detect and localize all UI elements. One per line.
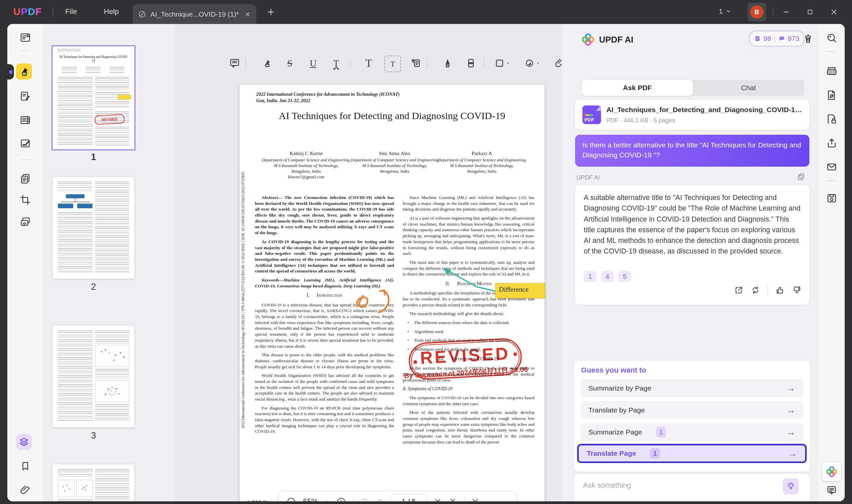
attach-file-tool[interactable] — [552, 56, 562, 71]
thumbs-down-icon[interactable] — [792, 285, 801, 295]
menu-file[interactable]: File — [65, 7, 77, 16]
next-page-button[interactable] — [433, 497, 442, 501]
crop-icon[interactable] — [17, 192, 33, 208]
convert-icon[interactable] — [824, 87, 840, 103]
document-tab[interactable]: AI_Technique...OVID-19 (1)* — [132, 4, 256, 24]
close-button[interactable] — [827, 6, 841, 18]
guess-item-summarize-by-page[interactable]: Summarize by Page → — [581, 379, 803, 397]
regenerate-icon[interactable] — [751, 285, 760, 295]
stamps-icon[interactable] — [17, 214, 33, 230]
author-city: Bengaluru, India — [261, 169, 352, 174]
revised-stamp-annotation[interactable]: REVISED By Superace at 2024年06月11日 14:06 — [408, 337, 522, 381]
attachment-panel-icon[interactable] — [17, 482, 33, 498]
search-icon[interactable] — [824, 30, 840, 46]
eraser-tool[interactable] — [463, 56, 479, 71]
ink-signature-tool[interactable] — [525, 56, 540, 71]
mail-icon[interactable] — [824, 159, 840, 175]
squiggly-underline-tool[interactable]: T — [329, 56, 344, 71]
copy-icon[interactable] — [797, 172, 805, 181]
sidebar-divider — [21, 51, 30, 51]
logo-letter: D — [28, 6, 36, 17]
thumbnail-page-2[interactable] — [53, 177, 135, 279]
file-card[interactable]: PDF AI_Techniques_for_Detecting_and_Diag… — [575, 100, 810, 130]
pdf-page[interactable]: 2022 International Conference for Advanc… — [239, 85, 545, 501]
callout-arrow-annotation[interactable] — [437, 266, 503, 296]
menu-help[interactable]: Help — [104, 7, 119, 16]
text-box-tool[interactable]: T — [385, 56, 401, 72]
maximize-button[interactable] — [803, 6, 817, 18]
close-zoombar-button[interactable] — [471, 498, 479, 501]
page-badge: 1 — [656, 427, 666, 437]
thumbnail-page-1[interactable]: AI Techniques for Detecting and Diagnosi… — [53, 46, 135, 149]
guess-item-translate-by-page[interactable]: Translate by Page → — [581, 401, 803, 419]
pencil-tool[interactable] — [440, 56, 455, 71]
thumbnail-page-3[interactable] — [53, 326, 135, 428]
shape-rectangle-tool[interactable] — [495, 56, 510, 71]
zoom-in-button[interactable] — [336, 497, 346, 501]
thumbnail-label-1: 1 — [53, 152, 135, 162]
save-icon[interactable] — [824, 190, 840, 206]
page-ref-chip[interactable]: 4 — [601, 271, 614, 282]
chat-credit-icon — [778, 35, 785, 42]
reader-mode-icon[interactable] — [17, 30, 33, 46]
body-paragraph: The symptoms of COVID-19 can be divided … — [403, 395, 534, 407]
first-page-button[interactable] — [360, 497, 369, 501]
clear-history-icon[interactable] — [802, 33, 814, 44]
underline-tool[interactable]: U — [305, 56, 321, 71]
sticky-note-annotation[interactable]: Difference — [495, 283, 545, 299]
previous-page-button[interactable] — [375, 497, 384, 501]
guess-item-label: Translate Page — [587, 449, 636, 457]
body-paragraph: AI is a part of software engineering tha… — [403, 215, 534, 256]
zoom-out-button[interactable] — [286, 497, 296, 501]
author-name: Kshitij C Kurne — [261, 150, 352, 157]
pdf-footer-copyright: © IEEE 20 — [247, 499, 267, 501]
page-ref-chip[interactable]: 5 — [618, 271, 631, 282]
fill-sign-icon[interactable] — [17, 136, 33, 151]
comment-list-icon[interactable] — [824, 482, 840, 498]
thumbnail-panel-icon-active[interactable] — [16, 434, 32, 450]
sticky-note-tool[interactable] — [227, 56, 242, 71]
ask-input[interactable] — [582, 479, 763, 492]
tab-chat[interactable]: Chat — [693, 80, 804, 96]
thumbnail-page-4[interactable] — [53, 464, 135, 501]
pdf-conference-header: 2022 International Conference for Advanc… — [256, 91, 400, 104]
share-icon[interactable] — [824, 135, 840, 151]
comment-tool-icon-active[interactable] — [16, 64, 32, 79]
protect-icon[interactable] — [824, 111, 840, 127]
last-page-button[interactable] — [449, 497, 457, 501]
page-count-dropdown[interactable]: 1 — [719, 7, 731, 15]
arrow-right-icon: → — [787, 383, 795, 394]
thumbs-up-icon[interactable] — [776, 285, 785, 295]
guess-item-label: Summarize Page — [588, 428, 642, 436]
updf-ai-floating-icon[interactable] — [822, 463, 841, 481]
ocr-icon[interactable]: OCR — [824, 63, 840, 79]
page-ref-chip[interactable]: 1 — [584, 271, 597, 282]
send-button[interactable] — [785, 499, 797, 501]
zoom-dropdown-caret[interactable] — [325, 499, 330, 501]
ai-tabs: Ask PDF Chat — [582, 80, 804, 96]
organize-pages-icon[interactable] — [17, 112, 33, 128]
strikethrough-tool[interactable]: S — [282, 56, 298, 71]
author-inst: M S Ramaiah Institute of Technology, — [261, 163, 352, 169]
sidebar-divider — [21, 159, 30, 160]
page-indicator[interactable]: 1 / 5 — [391, 494, 427, 501]
export-icon[interactable] — [734, 285, 744, 295]
callout-tool[interactable] — [408, 56, 423, 71]
tab-close-icon[interactable] — [244, 11, 251, 18]
guess-item-translate-page-highlighted[interactable]: Translate Page 1 → — [577, 444, 807, 463]
edit-pdf-icon[interactable] — [17, 88, 33, 104]
orange-swirl-annotation[interactable] — [353, 285, 396, 316]
highlighter-tool[interactable] — [259, 56, 274, 71]
tab-ask-pdf[interactable]: Ask PDF — [582, 80, 693, 96]
pages-copy-icon[interactable] — [17, 171, 33, 187]
minimize-button[interactable] — [779, 6, 794, 18]
account-button[interactable]: B — [747, 3, 766, 21]
new-tab-button[interactable] — [266, 7, 276, 17]
updf-logo: UPDF — [13, 6, 42, 17]
answer-author-label: UPDF AI — [576, 174, 600, 181]
text-tool[interactable]: T — [361, 56, 376, 71]
guess-item-summarize-page[interactable]: Summarize Page 1 → — [581, 423, 803, 441]
prompt-ideas-button[interactable] — [783, 479, 799, 494]
bookmark-icon[interactable] — [17, 458, 33, 474]
ai-credits-badge[interactable]: 98 | 973 — [749, 31, 805, 47]
